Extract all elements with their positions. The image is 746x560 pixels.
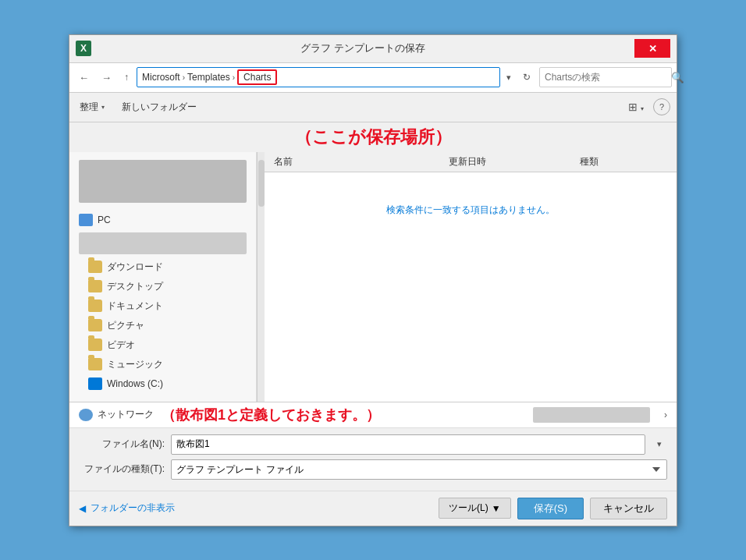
drive-icon-c (88, 377, 102, 390)
dialog-title: グラフ テンプレートの保存 (91, 41, 634, 55)
left-panel: PC ダウンロード デスクトップ ドキュメント ピクチャ ビデオ (69, 152, 257, 402)
dialog-window: X グラフ テンプレートの保存 ✕ ← → ↑ Microsoft › Temp… (69, 34, 677, 526)
sidebar-item-videos[interactable]: ビデオ (69, 335, 256, 355)
folder-icon-music (88, 358, 102, 370)
sidebar-item-pictures[interactable]: ピクチャ (69, 316, 256, 335)
excel-icon: X (76, 41, 91, 56)
main-content: PC ダウンロード デスクトップ ドキュメント ピクチャ ビデオ (69, 152, 677, 402)
breadcrumb-templates[interactable]: Templates (187, 72, 230, 83)
save-button[interactable]: 保存(S) (517, 498, 584, 519)
organize-label: 整理 (80, 101, 98, 114)
sidebar-placeholder-bar (79, 232, 247, 254)
search-input[interactable] (540, 70, 666, 84)
annotation-area: （ここが保存場所） (69, 122, 677, 152)
filename-dropdown-arrow[interactable]: ▾ (652, 439, 667, 449)
toolbar: 整理 ▾ 新しいフォルダー ⊞ ▾ ? (69, 93, 677, 122)
up-button[interactable]: ↑ (119, 69, 133, 85)
path-dropdown-button[interactable]: ▾ (503, 73, 514, 83)
folder-icon-videos (88, 338, 102, 351)
column-type: 種類 (580, 155, 667, 168)
network-bar: ネットワーク （散布図1と定義しておきます。） › (69, 402, 677, 428)
annotation-text: （ここが保存場所） (295, 127, 452, 147)
filetype-label: ファイルの種類(T): (79, 463, 165, 476)
close-button[interactable]: ✕ (634, 39, 670, 58)
view-chevron: ▾ (641, 105, 644, 112)
breadcrumb: Microsoft › Templates › Charts (137, 67, 500, 87)
folder-icon-pictures (88, 319, 102, 331)
form-section: ファイル名(N): ▾ ファイルの種類(T): グラフ テンプレート ファイル (69, 428, 677, 491)
scrollbar-thumb (258, 160, 265, 207)
sidebar-item-documents[interactable]: ドキュメント (69, 296, 256, 316)
filename-input[interactable] (171, 434, 645, 455)
search-button[interactable]: 🔍 (666, 72, 689, 83)
sidebar-item-music[interactable]: ミュージック (69, 355, 256, 374)
network-placeholder (533, 407, 650, 423)
footer-right: ツール(L) ▼ 保存(S) キャンセル (439, 498, 667, 519)
search-box: 🔍 (539, 67, 672, 87)
organize-button[interactable]: 整理 ▾ (76, 98, 108, 116)
address-bar: ← → ↑ Microsoft › Templates › Charts ▾ ↻… (69, 63, 677, 93)
sidebar-item-desktop[interactable]: デスクトップ (69, 277, 256, 296)
view-icon: ⊞ (628, 101, 638, 113)
pc-icon (79, 214, 93, 226)
folder-icon-download (88, 261, 102, 273)
filetype-row: ファイルの種類(T): グラフ テンプレート ファイル (79, 459, 667, 480)
toolbar-right: ⊞ ▾ ? (625, 98, 670, 115)
network-text: ネットワーク (98, 408, 154, 421)
new-folder-button[interactable]: 新しいフォルダー (118, 98, 201, 116)
filename-label: ファイル名(N): (79, 438, 165, 451)
sidebar-item-videos-label: ビデオ (107, 338, 135, 352)
sidebar-item-download[interactable]: ダウンロード (69, 257, 256, 277)
tools-arrow: ▼ (492, 503, 501, 514)
left-panel-placeholder (79, 160, 247, 203)
network-annotation: （散布図1と定義しておきます。） (162, 406, 525, 424)
view-button[interactable]: ⊞ ▾ (625, 99, 647, 115)
sidebar-item-windows-c-label: Windows (C:) (107, 378, 163, 389)
network-label[interactable]: ネットワーク (79, 408, 154, 421)
sidebar-item-music-label: ミュージック (107, 358, 163, 371)
breadcrumb-charts[interactable]: Charts (237, 69, 277, 85)
back-button[interactable]: ← (74, 69, 94, 86)
refresh-button[interactable]: ↻ (517, 69, 536, 85)
column-name: 名前 (274, 155, 449, 168)
footer: ◀ フォルダーの非表示 ツール(L) ▼ 保存(S) キャンセル (69, 491, 677, 526)
help-button[interactable]: ? (653, 98, 670, 115)
left-panel-scrollbar[interactable] (257, 152, 265, 402)
breadcrumb-microsoft[interactable]: Microsoft (142, 72, 180, 83)
sidebar-item-pc-label: PC (98, 214, 111, 225)
title-bar: X グラフ テンプレートの保存 ✕ (69, 35, 677, 63)
empty-message: 検索条件に一致する項目はありません。 (265, 172, 677, 248)
sidebar-item-pictures-label: ピクチャ (107, 319, 144, 332)
path-separator-2: › (233, 73, 235, 82)
column-date: 更新日時 (449, 155, 580, 168)
sidebar-item-windows-c[interactable]: Windows (C:) (69, 374, 256, 393)
hide-folders-label: フォルダーの非表示 (91, 502, 175, 515)
tools-label: ツール(L) (449, 502, 488, 515)
tools-button[interactable]: ツール(L) ▼ (439, 498, 511, 519)
new-folder-label: 新しいフォルダー (122, 101, 197, 114)
filename-row: ファイル名(N): ▾ (79, 434, 667, 455)
folder-icon-desktop (88, 280, 102, 292)
hide-folders-icon: ◀ (79, 503, 86, 514)
sidebar-item-download-label: ダウンロード (107, 261, 163, 274)
hide-folders-button[interactable]: ◀ フォルダーの非表示 (79, 502, 175, 515)
organize-chevron: ▾ (101, 104, 105, 111)
cancel-button[interactable]: キャンセル (590, 498, 667, 519)
column-header: 名前 更新日時 種類 (265, 152, 677, 172)
network-icon (79, 409, 93, 421)
sidebar-item-pc[interactable]: PC (69, 211, 256, 229)
forward-button[interactable]: → (97, 69, 116, 86)
right-panel: 名前 更新日時 種類 検索条件に一致する項目はありません。 (265, 152, 677, 402)
sidebar-item-documents-label: ドキュメント (107, 299, 163, 313)
network-expand-arrow[interactable]: › (664, 409, 667, 420)
sidebar-item-desktop-label: デスクトップ (107, 280, 163, 293)
path-separator-1: › (183, 73, 185, 82)
filetype-select[interactable]: グラフ テンプレート ファイル (171, 459, 667, 480)
title-bar-left: X (76, 41, 91, 56)
bottom-section: ネットワーク （散布図1と定義しておきます。） › ファイル名(N): ▾ ファ… (69, 402, 677, 526)
folder-icon-documents (88, 299, 102, 312)
